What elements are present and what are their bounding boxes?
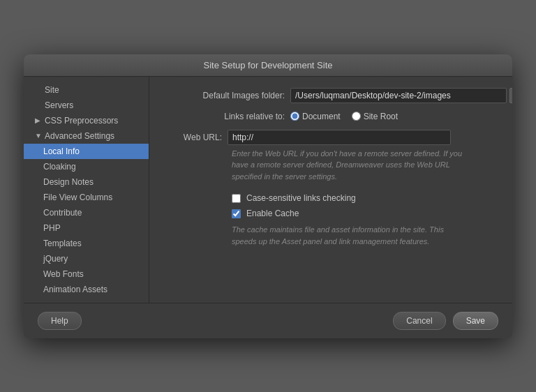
sidebar-item-label: Advanced Settings bbox=[45, 131, 114, 141]
main-content: Default Images folder: 📁 Links relative … bbox=[149, 77, 512, 303]
footer-right-buttons: Cancel Save bbox=[393, 312, 498, 330]
site-root-radio-text: Site Root bbox=[364, 112, 398, 121]
sidebar-item-label: Local Info bbox=[43, 146, 80, 156]
sidebar-item-animation-assets[interactable]: Animation Assets bbox=[24, 282, 149, 297]
case-sensitive-row[interactable]: Case-sensitive links checking bbox=[232, 193, 496, 203]
chevron-icon: ▼ bbox=[35, 132, 42, 140]
enable-cache-label: Enable Cache bbox=[246, 209, 299, 218]
links-relative-row: Links relative to: Document Site Root bbox=[166, 112, 496, 121]
site-root-radio-label[interactable]: Site Root bbox=[352, 112, 398, 121]
case-sensitive-checkbox[interactable] bbox=[232, 194, 241, 203]
default-images-row: Default Images folder: 📁 bbox=[166, 88, 496, 103]
sidebar-item-label: Site bbox=[45, 85, 59, 95]
web-url-hint: Enter the Web URL if you don't have a re… bbox=[232, 148, 469, 183]
sidebar-item-file-view-columns[interactable]: File View Columns bbox=[24, 190, 149, 205]
sidebar-item-css-preprocessors[interactable]: ▶CSS Preprocessors bbox=[24, 113, 149, 128]
sidebar-item-local-info[interactable]: Local Info bbox=[24, 144, 149, 159]
sidebar-item-label: CSS Preprocessors bbox=[45, 116, 118, 126]
cache-hint: The cache maintains file and asset infor… bbox=[232, 224, 469, 247]
help-button[interactable]: Help bbox=[38, 312, 82, 330]
web-url-input[interactable] bbox=[228, 130, 451, 145]
dialog-body: SiteServers▶CSS Preprocessors▼Advanced S… bbox=[24, 77, 512, 303]
sidebar-item-label: Animation Assets bbox=[43, 285, 107, 294]
sidebar-item-label: Contribute bbox=[43, 208, 82, 218]
sidebar-item-site[interactable]: Site bbox=[24, 82, 149, 98]
sidebar-item-web-fonts[interactable]: Web Fonts bbox=[24, 266, 149, 282]
web-url-label: Web URL: bbox=[166, 133, 222, 142]
document-radio[interactable] bbox=[290, 112, 299, 121]
sidebar-item-contribute[interactable]: Contribute bbox=[24, 205, 149, 220]
sidebar-item-servers[interactable]: Servers bbox=[24, 98, 149, 113]
document-radio-label[interactable]: Document bbox=[290, 112, 341, 121]
links-relative-label: Links relative to: bbox=[166, 112, 285, 121]
site-setup-dialog: Site Setup for Development Site SiteServ… bbox=[24, 54, 512, 338]
save-button[interactable]: Save bbox=[453, 312, 498, 330]
sidebar-item-templates[interactable]: Templates bbox=[24, 236, 149, 251]
chevron-icon: ▶ bbox=[35, 116, 42, 124]
default-images-input[interactable] bbox=[290, 88, 507, 103]
cancel-button[interactable]: Cancel bbox=[393, 312, 445, 330]
sidebar-item-label: PHP bbox=[43, 223, 61, 233]
browse-folder-button[interactable]: 📁 bbox=[509, 88, 512, 103]
sidebar-item-jquery[interactable]: jQuery bbox=[24, 251, 149, 266]
sidebar: SiteServers▶CSS Preprocessors▼Advanced S… bbox=[24, 77, 149, 303]
web-url-row: Web URL: bbox=[166, 130, 496, 145]
sidebar-item-label: Design Notes bbox=[43, 177, 94, 187]
enable-cache-row[interactable]: Enable Cache bbox=[232, 209, 496, 218]
site-root-radio[interactable] bbox=[352, 112, 361, 121]
path-row: 📁 bbox=[290, 88, 512, 103]
enable-cache-checkbox[interactable] bbox=[232, 209, 241, 218]
document-radio-text: Document bbox=[302, 112, 341, 121]
sidebar-item-label: Web Fonts bbox=[43, 269, 84, 279]
default-images-label: Default Images folder: bbox=[166, 91, 285, 100]
sidebar-item-label: Servers bbox=[45, 100, 73, 110]
sidebar-item-label: jQuery bbox=[43, 254, 68, 264]
links-radio-group: Document Site Root bbox=[290, 112, 398, 121]
dialog-footer: Help Cancel Save bbox=[24, 303, 512, 338]
sidebar-item-label: Cloaking bbox=[43, 162, 76, 172]
sidebar-item-php[interactable]: PHP bbox=[24, 220, 149, 236]
sidebar-item-advanced-settings[interactable]: ▼Advanced Settings bbox=[24, 128, 149, 144]
dialog-titlebar: Site Setup for Development Site bbox=[24, 54, 512, 77]
dialog-title: Site Setup for Development Site bbox=[204, 60, 333, 70]
case-sensitive-label: Case-sensitive links checking bbox=[246, 193, 356, 203]
sidebar-item-cloaking[interactable]: Cloaking bbox=[24, 159, 149, 174]
sidebar-item-label: File View Columns bbox=[43, 193, 112, 202]
sidebar-item-design-notes[interactable]: Design Notes bbox=[24, 174, 149, 190]
sidebar-item-label: Templates bbox=[43, 239, 82, 248]
